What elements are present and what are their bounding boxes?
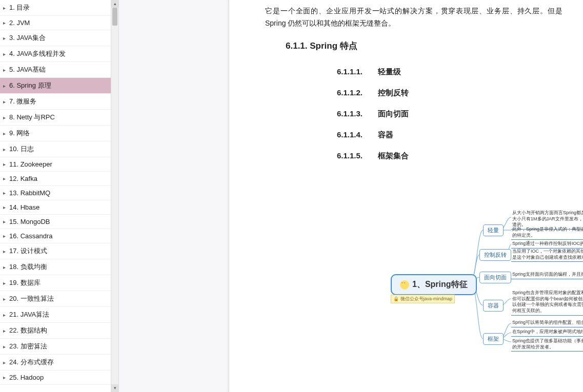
toc-item-label: 9. 网络 <box>9 129 30 138</box>
toc-item-label: 4. JAVA多线程并发 <box>9 49 66 58</box>
toc-item[interactable]: ▸9. 网络 <box>0 126 118 141</box>
toc-item-label: 24. 分布式缓存 <box>9 358 54 367</box>
chevron-right-icon: ▸ <box>3 204 8 210</box>
toc-item-label: 21. JAVA算法 <box>9 310 49 319</box>
toc-item[interactable]: ▸1. 目录 <box>0 0 118 16</box>
chevron-right-icon: ▸ <box>3 99 8 105</box>
toc-item[interactable]: ▸16. Cassandra <box>0 229 118 243</box>
subsection-number: 6.1.1.3. <box>337 109 378 119</box>
toc-item-label: 19. 数据库 <box>9 278 41 287</box>
toc-item[interactable]: ▸18. 负载均衡 <box>0 259 118 275</box>
mindmap-leaf: Spring包含并管理应用对象的配置和生命周期，在这个意义上它是一种容器，你可以… <box>511 290 583 316</box>
heading-611: 6.1.1. Spring 特点 <box>286 40 562 52</box>
toc-item[interactable]: ▸2. JVM <box>0 16 118 30</box>
chevron-right-icon: ▸ <box>3 67 8 73</box>
toc-item[interactable]: ▸14. Hbase <box>0 200 118 215</box>
mindmap-leaf: 当应用了IOC，一个对象依赖的其他对象会通过被动的方式传递进来，而不是这个对象自… <box>511 248 583 262</box>
toc-item-label: 18. 负载均衡 <box>9 262 47 272</box>
subsection-number: 6.1.1.4. <box>337 130 378 140</box>
mindmap-source-tag: 🔒 微信公众号java-mindmap <box>391 295 455 303</box>
toc-item-label: 6. Spring 原理 <box>9 81 51 90</box>
subsection-number: 6.1.1.2. <box>337 88 378 98</box>
mindmap-root: 1、Spring特征 <box>391 274 477 295</box>
toc-item[interactable]: ▸17. 设计模式 <box>0 243 118 259</box>
chevron-right-icon: ▸ <box>3 375 8 380</box>
chevron-right-icon: ▸ <box>3 5 8 11</box>
mindmap-node-ioc: 控制反转 <box>479 249 511 261</box>
chevron-right-icon: ▸ <box>3 83 8 89</box>
chevron-right-icon: ▸ <box>3 360 8 365</box>
toc-sidebar: ▸1. 目录▸2. JVM▸3. JAVA集合▸4. JAVA多线程并发▸5. … <box>0 0 119 392</box>
chevron-right-icon: ▸ <box>3 190 8 196</box>
toc-item[interactable]: ▸6. Spring 原理 <box>0 78 118 94</box>
chevron-right-icon: ▸ <box>3 35 8 41</box>
mindmap-leaf: Spring通过一种称作控制反转IOC的技术促进了低耦合。 <box>511 240 583 249</box>
mindmap-leaf: Spring也提供了很多基础功能（事务管理、持久化框架集成等），将应用逻辑的开发… <box>511 338 583 352</box>
sidebar-scrollbar[interactable]: ▴ ▾ <box>111 0 118 392</box>
toc-item-label: 15. MongoDB <box>9 218 50 225</box>
toc-item[interactable]: ▸13. RabbitMQ <box>0 186 118 200</box>
toc-item[interactable]: ▸8. Netty 与RPC <box>0 110 118 126</box>
toc-item-label: 17. 设计模式 <box>9 246 47 256</box>
scroll-up-icon[interactable]: ▴ <box>111 0 118 8</box>
chevron-right-icon: ▸ <box>3 147 8 152</box>
toc-item-label: 20. 一致性算法 <box>9 294 54 303</box>
toc-item[interactable]: ▸22. 数据结构 <box>0 323 118 339</box>
scroll-down-icon[interactable]: ▾ <box>111 384 118 392</box>
toc-item[interactable]: ▸5. JAVA基础 <box>0 62 118 78</box>
chevron-right-icon: ▸ <box>3 219 8 224</box>
chevron-right-icon: ▸ <box>3 176 8 181</box>
toc-item[interactable]: ▸10. 日志 <box>0 141 118 157</box>
toc-item[interactable]: ▸21. JAVA算法 <box>0 307 118 323</box>
toc-item[interactable]: ▸24. 分布式缓存 <box>0 355 118 370</box>
toc-item[interactable]: ▸7. 微服务 <box>0 94 118 110</box>
chevron-right-icon: ▸ <box>3 264 8 270</box>
toc-item-label: 10. 日志 <box>9 145 34 154</box>
chevron-right-icon: ▸ <box>3 51 8 57</box>
subsection-heading: 6.1.1.2.控制反转 <box>337 88 562 98</box>
toc-item[interactable]: ▸4. JAVA多线程并发 <box>0 46 118 62</box>
toc-item[interactable]: ▸3. JAVA集合 <box>0 30 118 46</box>
document-viewport: 它是一个全面的、企业应用开发一站式的解决方案，贯穿表现层、业务层、持久层。但是 … <box>119 0 583 392</box>
subsection-heading: 6.1.1.1.轻量级 <box>337 67 562 77</box>
subsection-number: 6.1.1.1. <box>337 67 378 77</box>
mindmap-diagram: 1、Spring特征 🔒 微信公众号java-mindmap 轻量 控制反转 面… <box>265 208 583 361</box>
mindmap-node-aop: 面向切面 <box>479 272 511 283</box>
toc-item-label: 8. Netty 与RPC <box>9 113 55 122</box>
toc-item-label: 13. RabbitMQ <box>9 189 50 197</box>
toc-item-label: 3. JAVA集合 <box>9 33 46 43</box>
toc-item-label: 2. JVM <box>9 19 30 27</box>
toc-item[interactable]: ▸11. Zookeeper <box>0 157 118 172</box>
toc-item[interactable]: ▸12. Kafka <box>0 172 118 186</box>
toc-item-label: 22. 数据结构 <box>9 326 47 335</box>
mindmap-node-container: 容器 <box>483 300 504 312</box>
toc-item-label: 12. Kafka <box>9 175 37 182</box>
page-gutter <box>119 0 229 392</box>
toc-item[interactable]: ▸23. 加密算法 <box>0 339 118 355</box>
toc-item-label: 23. 加密算法 <box>9 342 47 351</box>
chevron-right-icon: ▸ <box>3 249 8 254</box>
toc-item-label: 7. 微服务 <box>9 97 36 106</box>
toc-item-label: 5. JAVA基础 <box>9 65 46 74</box>
mindmap-leaf: Spring支持面向切面的编程，并且把应用业务逻辑和系统服务分开 <box>511 271 583 279</box>
chevron-right-icon: ▸ <box>3 280 8 286</box>
toc-item[interactable]: ▸19. 数据库 <box>0 275 118 291</box>
subsection-heading: 6.1.1.5.框架集合 <box>337 151 562 161</box>
mindmap-leaf: Spring可以将简单的组件配置、组合成为复杂的应用。 <box>511 319 583 327</box>
toc-item-label: 16. Cassandra <box>9 232 53 240</box>
chevron-right-icon: ▸ <box>3 296 8 302</box>
chevron-right-icon: ▸ <box>3 233 8 239</box>
subsection-number: 6.1.1.5. <box>337 151 378 161</box>
chevron-right-icon: ▸ <box>3 312 8 318</box>
chevron-right-icon: ▸ <box>3 20 8 26</box>
toc-item-label: 14. Hbase <box>9 203 39 211</box>
chevron-right-icon: ▸ <box>3 131 8 136</box>
toc-item-label: 25. Hadoop <box>9 374 44 381</box>
toc-item[interactable]: ▸15. MongoDB <box>0 215 118 229</box>
toc-item[interactable]: ▸25. Hadoop <box>0 370 118 385</box>
toc-item[interactable]: ▸20. 一致性算法 <box>0 291 118 307</box>
subsection-title: 容器 <box>378 130 393 140</box>
mindmap-node-light: 轻量 <box>483 224 504 236</box>
chevron-right-icon: ▸ <box>3 161 8 167</box>
scroll-thumb[interactable] <box>112 8 117 26</box>
